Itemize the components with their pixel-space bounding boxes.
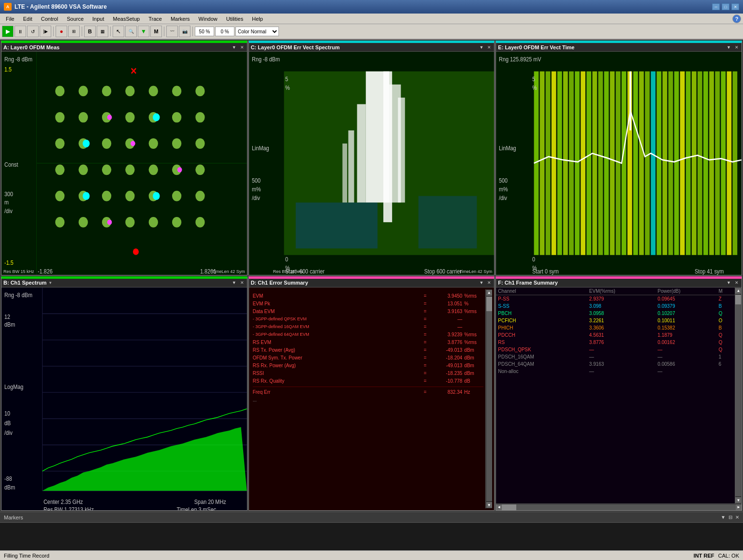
panel-b-controls[interactable]: ▼ ✕ (231, 280, 245, 285)
panel-b-title-group: B: Ch1 Spectrum ▼ (3, 280, 52, 286)
panel-f-scrollbar-thumb[interactable] (735, 295, 741, 304)
scrollbar-up-arrow[interactable]: ▲ (486, 290, 492, 296)
photo-button[interactable]: 📷 (179, 26, 190, 37)
svg-point-37 (102, 164, 111, 175)
svg-rect-102 (622, 72, 626, 255)
zoom-percent-input[interactable] (195, 27, 214, 36)
panel-d-scrollbar[interactable]: ▲ ▼ (485, 289, 492, 509)
restart-button[interactable]: ↺ (27, 26, 39, 37)
panel-b-arrow[interactable]: ▼ (231, 280, 237, 285)
panel-a-header: A: Layer0 OFDM Meas ▼ ✕ (1, 42, 247, 52)
svg-text:Stop 41 sym: Stop 41 sym (695, 268, 724, 274)
menu-utilities[interactable]: Utilities (222, 15, 247, 23)
panel-a-arrow[interactable]: ▼ (231, 45, 237, 50)
minimize-button[interactable]: ─ (712, 3, 720, 10)
title-bar: A LTE - Agilent 89600 VSA Software ─ □ ✕ (0, 0, 743, 14)
panel-f-scrollbar-down[interactable]: ▼ (735, 497, 741, 503)
menu-window[interactable]: Window (195, 15, 221, 23)
single-button[interactable]: |▶ (40, 26, 51, 37)
wave-button[interactable]: 〰 (166, 26, 178, 37)
markers-close-button[interactable]: ✕ (735, 515, 739, 520)
err-row-rs-evm: RS EVM = 3.8776 %rms (253, 339, 484, 346)
svg-point-42 (55, 191, 64, 201)
zoom-down-button[interactable]: ▼ (138, 26, 149, 37)
panel-f-hscroll-right[interactable]: ► (736, 504, 742, 510)
zoom-in-button[interactable]: 🔍 (125, 26, 137, 37)
window-controls[interactable]: ─ □ ✕ (712, 3, 739, 10)
help-icon-button[interactable]: ? (732, 14, 741, 23)
panel-f-hscroll-track (502, 504, 736, 510)
svg-text:/div: /div (252, 195, 260, 201)
maximize-button[interactable]: □ (722, 3, 729, 10)
svg-text:m%: m% (499, 187, 508, 193)
panel-c-close[interactable]: ✕ (486, 45, 492, 50)
scrollbar-thumb[interactable] (486, 297, 492, 311)
panel-c-header: C: Layer0 OFDM Err Vect Spectrum ▼ ✕ (249, 42, 495, 52)
panel-f-scrollbar-up[interactable]: ▲ (735, 288, 741, 294)
marker-button[interactable]: M (150, 26, 162, 37)
svg-rect-88 (540, 72, 545, 255)
panel-b-dropdown-arrow[interactable]: ▼ (48, 281, 52, 285)
panel-a-controls[interactable]: ▼ ✕ (231, 45, 245, 50)
panel-b-title: B: Ch1 Spectrum (3, 280, 46, 286)
record-button[interactable]: ● (56, 26, 67, 37)
err-row-16qam: - 3GPP-defined 16QAM EVM = — (253, 323, 484, 331)
offset-percent-input[interactable] (215, 27, 234, 36)
menu-source[interactable]: Source (63, 15, 87, 23)
bold-button[interactable]: B (84, 26, 96, 37)
panel-f-controls[interactable]: ▼ ✕ (726, 280, 740, 285)
svg-text:✕: ✕ (130, 67, 137, 77)
panel-e-controls[interactable]: ▼ ✕ (726, 45, 740, 50)
main-area: A: Layer0 OFDM Meas ▼ ✕ Rng -8 dBm 1.5 C… (0, 40, 743, 512)
panel-c-controls[interactable]: ▼ ✕ (478, 45, 492, 50)
panel-e-close[interactable]: ✕ (734, 45, 740, 50)
menu-file[interactable]: File (2, 15, 18, 23)
panel-f-hscrollbar[interactable]: ◄ ► (496, 503, 742, 510)
svg-point-13 (133, 248, 139, 255)
svg-rect-115 (698, 72, 702, 255)
panel-c-arrow[interactable]: ▼ (478, 45, 484, 50)
menu-control[interactable]: Control (37, 15, 62, 23)
panel-f-close[interactable]: ✕ (734, 280, 740, 285)
menu-trace[interactable]: Trace (145, 15, 166, 23)
panel-b-close[interactable]: ✕ (239, 280, 245, 285)
menu-edit[interactable]: Edit (19, 15, 36, 23)
panel-e-arrow[interactable]: ▼ (726, 45, 732, 50)
panel-f-hscroll-thumb[interactable] (502, 504, 516, 510)
panel-f-hscroll-left[interactable]: ◄ (496, 504, 502, 510)
play-button[interactable]: ▶ (2, 26, 14, 37)
svg-text:5: 5 (532, 76, 535, 83)
panel-f-arrow[interactable]: ▼ (726, 280, 732, 285)
markers-pin-button[interactable]: ▼ (721, 515, 726, 520)
markers-controls[interactable]: ▼ ⊟ ✕ (721, 515, 739, 520)
menu-help[interactable]: Help (248, 15, 267, 23)
panel-d-controls[interactable]: ▼ ✕ (478, 280, 492, 285)
scrollbar-track (486, 297, 492, 502)
cursor-button[interactable]: ↖ (113, 26, 124, 37)
markers-bar: Markers ▼ ⊟ ✕ (0, 512, 743, 550)
scrollbar-down-arrow[interactable]: ▼ (486, 502, 492, 508)
pause-button[interactable]: ⏸ (15, 26, 26, 37)
markers-dock-button[interactable]: ⊟ (728, 515, 732, 520)
panel-f-table-wrapper[interactable]: Channel EVM(%rms) Power(dB) M P-SS 2.937… (496, 287, 735, 504)
panel-a-close[interactable]: ✕ (239, 45, 245, 50)
color-mode-dropdown[interactable]: Color Normal (235, 27, 279, 36)
menu-markers[interactable]: Markers (167, 15, 194, 23)
svg-rect-95 (581, 72, 586, 255)
menu-input[interactable]: Input (88, 15, 108, 23)
panel-d-scroll-content[interactable]: EVM = 3.9450 %rms EVM Pk = 13.051 % Data… (251, 289, 486, 509)
app-icon: A (4, 3, 12, 11)
panel-d-close[interactable]: ✕ (486, 280, 492, 285)
svg-point-44 (102, 191, 111, 201)
markers-content (0, 523, 743, 550)
svg-text:-1.826: -1.826 (38, 268, 53, 274)
panel-f-scrollbar[interactable]: ▲ ▼ (735, 287, 742, 504)
menu-meassetup[interactable]: MeasSetup (109, 15, 144, 23)
close-button[interactable]: ✕ (731, 3, 739, 10)
grid2-button[interactable]: ▦ (97, 26, 108, 37)
panel-d-arrow[interactable]: ▼ (478, 280, 484, 285)
err-row-ofdm-sym: OFDM Sym. Tx. Power = -18.204 dBm (253, 354, 484, 362)
err-row-rs-tx-pwr: RS Tx. Power (Avg) = -49.013 dBm (253, 346, 484, 354)
svg-rect-90 (552, 72, 556, 255)
grid-button[interactable]: ⊞ (68, 26, 80, 37)
